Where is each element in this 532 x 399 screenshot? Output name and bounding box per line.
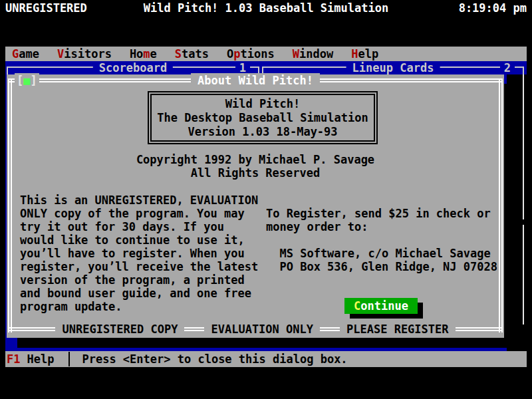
dialog-footer-badges: UNREGISTERED COPY EVALUATION ONLY PLEASE… [8,323,503,336]
menu-home-pre: Ho [130,47,143,61]
notice-line: register, you’ll receive the latest [20,260,258,273]
menu-game-post: ame [19,47,39,61]
notice-line: ONLY copy of the program. You may [20,207,258,220]
continue-button[interactable]: Continue [344,298,418,314]
registration-info: To Register, send $25 in check or money … [266,207,497,273]
menu-item-stats[interactable]: Stats [175,47,209,61]
title-bar: UNREGISTERED Wild Pitch! 1.03 Baseball S… [0,0,532,16]
window-number-lineup-cards: 2 [500,61,515,74]
badge-unregistered-copy: UNREGISTERED COPY [55,323,184,336]
app-title: Wild Pitch! 1.03 Baseball Simulation [144,0,388,16]
menu-stats-post: tats [182,47,209,61]
status-message: Press <Enter> to close this dialog box. [82,351,347,367]
f1-key-label[interactable]: F1 [7,351,20,367]
help-label[interactable]: Help [27,351,54,367]
menu-game-hotkey: G [12,47,19,61]
notice-line: and bound user guide, and one free [20,287,258,300]
menu-options-hotkey: p [233,47,240,61]
menu-visitors-post: isitors [64,47,112,61]
window-number-scoreboard: 1 [235,61,250,74]
dos-screen: { "titlebar": { "left": "UNREGISTERED", … [0,0,532,399]
copyright-block: Copyright 1992 by Michael P. Savage All … [7,153,504,180]
notice-line: program update. [20,300,258,313]
register-address-line: MS Software, c/o Michael Savage [266,247,497,260]
status-separator [68,352,70,366]
dialog-frame-right [499,80,503,332]
evaluation-notice: This is an UNREGISTERED, EVALUATION ONLY… [20,194,258,313]
menu-item-home[interactable]: Home [130,47,157,61]
continue-hotkey: C [354,299,360,313]
menu-item-window[interactable]: Window [293,47,333,61]
copyright-line: Copyright 1992 by Michael P. Savage [7,153,504,166]
program-info-box: Wild Pitch! The Desktop Baseball Simulat… [148,91,378,144]
dialog-title: About Wild Pitch! [191,73,320,88]
program-tagline: The Desktop Baseball Simulation [152,111,374,125]
badge-please-register: PLEASE REGISTER [340,323,456,336]
notice-line: would like to continue to use it, [20,233,258,247]
menu-bar: Game Visitors Home Stats Options Window … [5,47,527,61]
close-button[interactable]: [■] [15,73,39,88]
status-bar: F1 Help Press <Enter> to close this dial… [5,351,527,367]
notice-line: you’ll have to register. When you [20,247,258,260]
clock: 8:19:04 pm [388,0,527,16]
window-title-scoreboard: Scoreboard [93,61,173,74]
menu-item-help[interactable]: Help [351,47,378,61]
window-frame-line [523,74,524,219]
close-icon: ■ [23,74,30,87]
register-line: money order to: [266,220,497,233]
menu-stats-hotkey: S [175,47,182,61]
menu-options-post: tions [241,47,275,61]
menu-window-hotkey: W [293,47,299,61]
notice-line: try it out for 30 days. If you [20,220,258,233]
register-line: To Register, send $25 in check or [266,207,497,220]
notice-line: This is an UNREGISTERED, EVALUATION [20,194,258,207]
window-lineup-cards-titlebar[interactable]: Lineup Cards 2 [262,61,524,74]
window-scoreboard-titlebar[interactable]: Scoreboard 1 [7,61,259,74]
continue-label: ontinue [360,299,408,313]
registration-status: UNREGISTERED [5,0,144,16]
menu-help-hotkey: H [351,47,358,61]
menu-options-pre: O [227,47,233,61]
menu-window-post: indow [299,47,333,61]
window-frame-corner [7,66,8,74]
continue-button-area: Continue [344,298,423,319]
menu-item-visitors[interactable]: Visitors [57,47,112,61]
program-name: Wild Pitch! [152,97,374,111]
badge-evaluation-only: EVALUATION ONLY [204,323,320,336]
window-title-lineup-cards: Lineup Cards [346,61,440,74]
menu-visitors-hotkey: V [57,47,64,61]
menu-item-options[interactable]: Options [227,47,275,61]
menu-home-hotkey: m [143,47,150,61]
menu-item-game[interactable]: Game [12,47,39,61]
menu-help-post: elp [358,47,378,61]
register-line [266,233,497,247]
program-version: Version 1.03 18-May-93 [152,125,374,139]
about-dialog: [■] About Wild Pitch! Wild Pitch! The De… [7,74,504,338]
menu-home-post: e [150,47,157,61]
register-address-line: PO Box 536, Glen Ridge, NJ 07028 [266,260,497,273]
notice-line: version of the program, a printed [20,273,258,287]
dialog-frame-left [8,80,12,332]
window-frame-line [523,225,524,325]
rights-line: All Rights Reserved [7,166,504,180]
window-frame-corner [523,66,524,74]
